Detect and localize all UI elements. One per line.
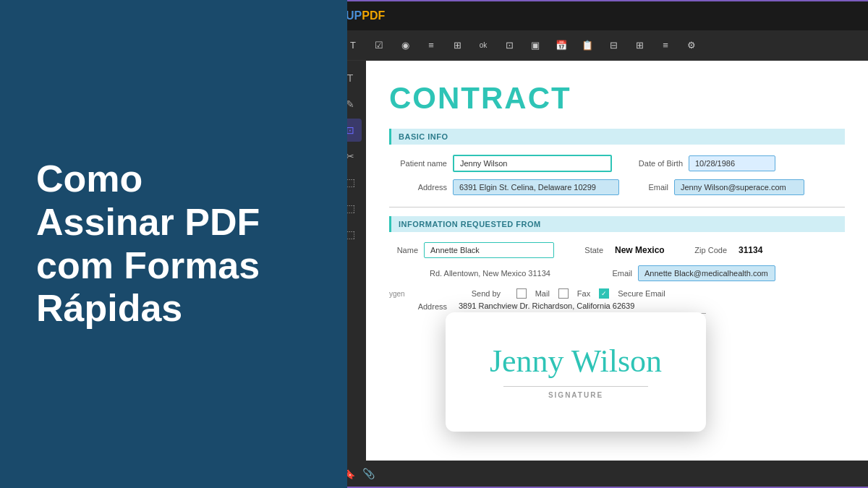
hero-line2: Assinar PDF (36, 201, 260, 243)
tool-ok[interactable]: ok (473, 35, 493, 56)
email-label: Email (639, 183, 668, 192)
app-window: UPPDF T ☑ ◉ ≡ ⊞ ok ⊡ ▣ 📅 📋 ⊟ ⊞ ≡ ⚙ T ✎ (334, 1, 868, 487)
tool-checkbox[interactable]: ☑ (369, 35, 389, 56)
tool-clipboard[interactable]: 📋 (577, 35, 597, 56)
bottom-toolbar[interactable]: 🔖 📎 (334, 461, 868, 487)
tool-align[interactable]: ≡ (655, 35, 676, 56)
fax-label: Fax (577, 289, 590, 298)
mail-checkbox[interactable] (516, 288, 527, 299)
basic-info-section: BASIC INFO Patient name Jenny Wilson Dat… (389, 129, 845, 195)
address-row: Address 6391 Elgin St. Celina, Delaware … (389, 179, 845, 195)
email2-label: Email (603, 269, 632, 278)
tool-date[interactable]: 📅 (551, 35, 571, 56)
name-field[interactable]: Annette Black (424, 242, 554, 258)
patient-name-label: Patient name (389, 159, 447, 168)
contract-title: CONTRACT (389, 81, 845, 116)
hero-line1: Como (36, 158, 142, 200)
tool-radio[interactable]: ◉ (395, 35, 415, 56)
tool-grid[interactable]: ⊞ (447, 35, 467, 56)
tool-plus[interactable]: ⊞ (629, 35, 650, 56)
hero-line4: Rápidas (36, 287, 182, 329)
signature-card: Jenny Wilson SIGNATURE (446, 312, 706, 432)
address3-label: Address (389, 302, 447, 311)
signature-text: Jenny Wilson (490, 346, 662, 377)
app-logo: UPPDF (346, 9, 385, 22)
state-label: State (574, 246, 603, 254)
hero-line3: com Formas (36, 244, 260, 286)
address3-row: Address 3891 Ranchview Dr. Richardson, C… (389, 299, 845, 314)
secure-email-checkbox[interactable]: ✓ (599, 288, 609, 299)
send-by-label: Send by (472, 289, 508, 298)
hero-text: Como Assinar PDF com Formas Rápidas (36, 158, 260, 330)
info-requested-section: INFORMATION REQUESTED FROM Name Annette … (389, 216, 845, 314)
dob-field[interactable]: 10/28/1986 (689, 155, 775, 171)
pdf-area: CONTRACT BASIC INFO Patient name Jenny W… (366, 61, 868, 461)
address2-row: Rd. Allentown, New Mexico 31134 Email An… (389, 265, 845, 281)
email2-field[interactable]: Annette Black@medicalhealth.com (638, 265, 775, 281)
address3-field[interactable]: 3891 Ranchview Dr. Richardson, Californi… (453, 299, 706, 314)
top-toolbar[interactable]: T ☑ ◉ ≡ ⊞ ok ⊡ ▣ 📅 📋 ⊟ ⊞ ≡ ⚙ (334, 30, 868, 61)
dob-label: Date of Birth (632, 159, 683, 168)
app-body: T ✎ ⊡ ✂ ⬚ ⬚ ⬚ CONTRACT BASIC INFO Pa (334, 61, 868, 461)
tool-settings[interactable]: ⚙ (681, 35, 702, 56)
patient-name-field[interactable]: Jenny Wilson (453, 155, 612, 172)
info-requested-header: INFORMATION REQUESTED FROM (389, 216, 845, 232)
logo-up: UP (346, 9, 362, 22)
tool-image[interactable]: ▣ (525, 35, 545, 56)
attachment-icon[interactable]: 📎 (362, 468, 375, 479)
basic-info-header: BASIC INFO (389, 129, 845, 145)
state-field[interactable]: New Mexico (609, 242, 674, 258)
secure-email-label: Secure Email (618, 289, 665, 298)
email-field[interactable]: Jenny Wilson@superace.com (674, 179, 804, 195)
app-titlebar: UPPDF (334, 1, 868, 30)
tool-minus[interactable]: ⊟ (603, 35, 624, 56)
left-panel: Como Assinar PDF com Formas Rápidas (0, 0, 347, 488)
signature-divider (503, 386, 648, 387)
address-label: Address (389, 183, 447, 192)
address2-field[interactable]: Rd. Allentown, New Mexico 31134 (424, 266, 583, 281)
zip-field[interactable]: 31134 (733, 242, 769, 258)
divider-1 (389, 207, 845, 207)
zip-label: Zip Code (687, 246, 727, 254)
send-by-row: ygen Send by Mail Fax ✓ Secure Email (389, 288, 845, 299)
tool-field[interactable]: ⊡ (499, 35, 519, 56)
fax-checkbox[interactable] (558, 288, 569, 299)
address-field[interactable]: 6391 Elgin St. Celina, Delaware 10299 (453, 179, 619, 195)
signature-label: SIGNATURE (548, 391, 603, 399)
tool-list[interactable]: ≡ (421, 35, 441, 56)
app-window-container: UPPDF T ☑ ◉ ≡ ⊞ ok ⊡ ▣ 📅 📋 ⊟ ⊞ ≡ ⚙ T ✎ (333, 0, 868, 488)
mail-label: Mail (535, 289, 550, 298)
logo-pdf: PDF (362, 9, 385, 22)
patient-name-row: Patient name Jenny Wilson Date of Birth … (389, 155, 845, 172)
gen-label: ygen (389, 290, 405, 298)
name-state-row: Name Annette Black State New Mexico Zip … (389, 242, 845, 258)
name-label: Name (389, 246, 418, 254)
